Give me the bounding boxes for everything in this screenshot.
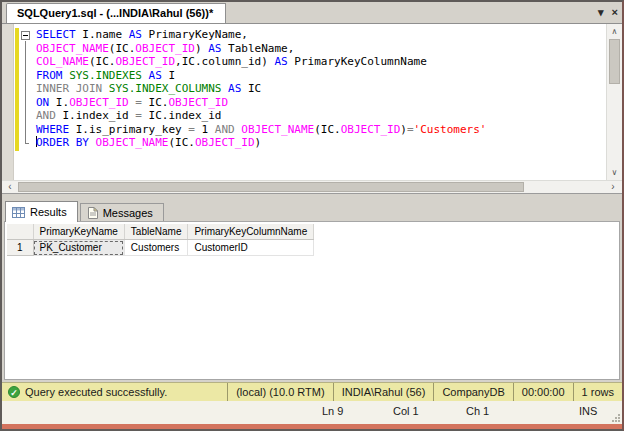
status-bar: ✓ Query executed successfully. (local) (… [2, 382, 622, 401]
code-line-6: ON I.OBJECT_ID = IC.OBJECT_ID [2, 96, 606, 110]
document-tab-strip: SQLQuery1.sql - (...INDIA\Rahul (56))* ▾… [2, 2, 622, 24]
scroll-right-icon[interactable]: › [605, 181, 621, 193]
success-check-icon: ✓ [8, 386, 20, 398]
character-indicator: Ch 1 [466, 405, 489, 417]
insert-mode-indicator: INS [579, 405, 597, 417]
tab-messages-label: Messages [103, 207, 153, 219]
document-tab[interactable]: SQLQuery1.sql - (...INDIA\Rahul (56))* [6, 3, 226, 23]
results-grid: PrimaryKeyNameTableNamePrimaryKeyColumnN… [7, 224, 314, 256]
row-header[interactable]: 1 [7, 240, 33, 256]
code-line-7: AND I.index_id = IC.index_id [2, 109, 606, 123]
status-segment-0: (local) (10.0 RTM) [227, 383, 332, 401]
code-line-3: COL_NAME(IC.OBJECT_ID,IC.column_id) AS P… [2, 55, 606, 69]
status-segment-4: 1 rows [573, 383, 622, 401]
message-icon [87, 207, 98, 219]
horizontal-scroll-thumb[interactable] [18, 182, 524, 192]
grid-icon [12, 207, 25, 218]
line-indicator: Ln 9 [322, 405, 343, 417]
sql-editor[interactable]: SELECT I.name AS PrimaryKeyName,OBJECT_N… [2, 24, 606, 180]
document-tab-label: SQLQuery1.sql - (...INDIA\Rahul (56))* [17, 7, 213, 19]
ssms-window: SQLQuery1.sql - (...INDIA\Rahul (56))* ▾… [0, 0, 624, 431]
code-line-2: OBJECT_NAME(IC.OBJECT_ID) AS TableName, [2, 42, 606, 56]
code-line-8: WHERE I.is_primary_key = 1 AND OBJECT_NA… [2, 123, 606, 137]
editor-horizontal-scrollbar[interactable]: ‹ › [2, 180, 622, 193]
grid-corner-cell[interactable] [7, 224, 33, 240]
tab-results-label: Results [30, 206, 67, 218]
status-segment-3: 00:00:00 [513, 383, 573, 401]
resize-grip[interactable] [612, 414, 620, 422]
editor-vertical-scrollbar[interactable]: ∧ ∨ [606, 24, 622, 180]
chevron-down-icon[interactable]: ▾ [598, 5, 604, 19]
status-segments: (local) (10.0 RTM)INDIA\Rahul (56)Compan… [227, 383, 622, 401]
column-header-tablename[interactable]: TableName [124, 224, 188, 240]
tab-results[interactable]: Results [5, 201, 78, 222]
window-bottom-edge [2, 424, 622, 429]
scroll-left-icon[interactable]: ‹ [2, 181, 18, 193]
grid-cell[interactable]: Customers [124, 240, 188, 256]
column-header-primarykeycolumnname[interactable]: PrimaryKeyColumnName [188, 224, 314, 240]
code-area: SELECT I.name AS PrimaryKeyName,OBJECT_N… [2, 28, 606, 150]
grid-cell[interactable]: PK_Customer [33, 240, 124, 256]
vertical-scroll-thumb[interactable] [609, 39, 620, 84]
table-row: 1PK_CustomerCustomersCustomerID [7, 240, 314, 256]
scroll-down-icon[interactable]: ∨ [607, 166, 622, 179]
close-icon[interactable]: × [612, 5, 618, 19]
status-message: Query executed successfully. [25, 386, 227, 398]
results-pane: Results Messages PrimaryKeyNameTableName… [2, 200, 622, 382]
results-grid-container: PrimaryKeyNameTableNamePrimaryKeyColumnN… [4, 221, 620, 380]
code-line-1: SELECT I.name AS PrimaryKeyName, [2, 28, 606, 42]
column-header-primarykeyname[interactable]: PrimaryKeyName [33, 224, 124, 240]
code-line-5: INNER JOIN SYS.INDEX_COLUMNS AS IC [2, 82, 606, 96]
tab-actions: ▾ × [598, 5, 618, 19]
grid-cell[interactable]: CustomerID [188, 240, 314, 256]
code-line-4: FROM SYS.INDEXES AS I [2, 69, 606, 83]
cursor-position-bar: Ln 9 Col 1 Ch 1 INS [2, 401, 622, 424]
status-segment-2: CompanyDB [433, 383, 512, 401]
column-indicator: Col 1 [393, 405, 419, 417]
editor-region: SELECT I.name AS PrimaryKeyName,OBJECT_N… [2, 24, 622, 180]
pane-splitter[interactable] [2, 193, 622, 200]
code-line-9: ORDER BY OBJECT_NAME(IC.OBJECT_ID) [2, 136, 606, 150]
results-tab-strip: Results Messages [2, 200, 622, 222]
status-segment-1: INDIA\Rahul (56) [333, 383, 434, 401]
scroll-up-icon[interactable]: ∧ [607, 25, 622, 38]
tab-messages[interactable]: Messages [80, 203, 164, 222]
